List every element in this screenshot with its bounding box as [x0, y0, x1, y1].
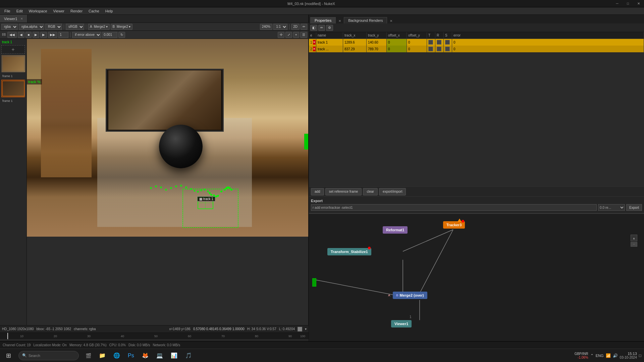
prop-icon-3[interactable]: ⚙	[326, 25, 333, 31]
play-btn[interactable]: ▶	[33, 32, 39, 38]
zoom-ratio-select[interactable]: 1:1	[273, 24, 287, 30]
error-val-input[interactable]	[102, 32, 117, 38]
add-thumb-btn[interactable]: +	[1, 45, 25, 54]
row2-t-icon[interactable]	[428, 47, 433, 51]
svg-point-20	[220, 190, 222, 192]
rgb-select[interactable]: RGB	[45, 24, 62, 30]
refresh-btn[interactable]: ↻	[118, 32, 125, 38]
currency-widget: GBP/INR -1.06%	[575, 352, 588, 359]
merge2-node[interactable]: B Merge2 (over) A	[393, 292, 427, 299]
row1-r-icon[interactable]	[437, 40, 441, 45]
taskbar-apps: 🎬 📁 🌐 Ps 🦊 💻 📊 🎵	[82, 349, 195, 362]
prev-btn[interactable]: ◀	[18, 32, 24, 38]
clear-btn[interactable]: clear	[363, 188, 378, 195]
col-error-header: error	[452, 32, 644, 39]
menu-workspace[interactable]: Workspace	[26, 8, 50, 14]
taskbar-app4-btn[interactable]: 🎵	[182, 349, 195, 362]
table-row[interactable]: 1 ✕ track 1 1289.6 140.60 0 0	[309, 39, 644, 46]
next-btn[interactable]: ▶	[40, 32, 47, 38]
viewer-tab-close[interactable]: ✕	[20, 17, 23, 20]
tool3[interactable]: ⌖	[293, 32, 299, 38]
tool2[interactable]: ⤢	[285, 32, 292, 38]
row2-s-icon[interactable]	[445, 47, 450, 51]
paint-icon[interactable]: ✏	[301, 24, 307, 30]
row1-s-icon[interactable]	[445, 40, 450, 45]
row2-delete-btn[interactable]: ✕	[313, 47, 316, 51]
node-graph[interactable]: Tracker3 Reformat1 Transform_Stabilize1	[309, 214, 644, 349]
ruler-30: 30	[87, 335, 91, 338]
row2-t	[427, 46, 435, 52]
taskbar-nuke-btn[interactable]: 🎬	[82, 349, 95, 362]
close-button[interactable]: ✕	[633, 0, 644, 7]
menu-file[interactable]: File	[2, 8, 13, 14]
export-btn[interactable]: Export	[626, 204, 642, 211]
menu-viewer[interactable]: Viewer	[51, 8, 67, 14]
taskbar-app1-btn[interactable]: 🦊	[139, 349, 152, 362]
tray-notification[interactable]: □	[639, 353, 641, 358]
svg-point-4	[170, 187, 172, 189]
row1-delete-btn[interactable]: ✕	[313, 40, 316, 45]
minimize-button[interactable]: ─	[612, 0, 623, 7]
taskbar-search[interactable]: 🔍 Search	[18, 351, 79, 360]
taskbar-ps-btn[interactable]: Ps	[124, 349, 138, 362]
reformat1-node[interactable]: Reformat1	[383, 226, 408, 234]
merge-b-btn[interactable]: B Merge2 ▾	[111, 24, 132, 30]
row1-ox: 0	[387, 39, 407, 46]
cpu-label: CPU: 0.0%	[109, 343, 126, 347]
color-swatch	[298, 327, 302, 331]
row1-t	[427, 39, 435, 46]
taskbar-app2-btn[interactable]: 💻	[153, 349, 166, 362]
add-track-btn[interactable]: add	[311, 188, 324, 195]
alpha-select[interactable]: rgba.alpha	[19, 24, 44, 30]
view-mode-btn[interactable]: 2D	[291, 24, 300, 30]
menu-render[interactable]: Render	[68, 8, 85, 14]
menu-edit[interactable]: Edit	[14, 8, 25, 14]
col-tx-header: track_x	[343, 32, 367, 39]
export-input[interactable]	[311, 204, 597, 211]
row1-tx: 1289.6	[343, 39, 367, 46]
export-import-btn[interactable]: export/import	[379, 188, 406, 195]
error-mode-select[interactable]: if error above	[72, 32, 101, 38]
row2-r-icon[interactable]	[437, 47, 441, 51]
stop-btn[interactable]: ■	[25, 32, 32, 38]
tool1[interactable]: ✢	[278, 32, 284, 38]
tab-bg-renders[interactable]: Background Renders	[344, 17, 387, 23]
playhead[interactable]	[7, 333, 8, 339]
props-close-btn[interactable]: ✕	[336, 18, 343, 23]
viewer1-node[interactable]: Viewer1	[391, 320, 412, 327]
bg-renders-close-btn[interactable]: ✕	[388, 18, 394, 23]
thumbnail-2[interactable]	[1, 80, 25, 97]
row1-t-icon[interactable]	[428, 40, 433, 45]
next-frame-btn[interactable]: ▶▶	[48, 32, 57, 38]
col-ox-header: offset_x	[387, 32, 407, 39]
viewer-canvas[interactable]: track %	[27, 39, 308, 237]
input-node[interactable]	[312, 278, 316, 287]
prev-frame-btn[interactable]: ◀◀	[7, 32, 17, 38]
prop-icon-2[interactable]: ✏	[318, 25, 325, 31]
tray-up-arrow[interactable]: ⌃	[590, 353, 594, 358]
set-ref-frame-btn[interactable]: set reference frame	[325, 188, 362, 195]
taskbar-app3-btn[interactable]: 📊	[167, 349, 181, 362]
zoom-display[interactable]: 240%	[260, 24, 273, 30]
maximize-button[interactable]: □	[623, 0, 633, 7]
tracker3-node[interactable]: Tracker3	[443, 221, 465, 229]
prop-icon-1[interactable]: ◧	[310, 25, 317, 31]
transform-stab-node[interactable]: Transform_Stabilize1	[327, 248, 371, 255]
table-row[interactable]: 2 ✕ track ... 837.29 789.70 0 0	[309, 46, 644, 52]
colorspace-select[interactable]: sRGB	[66, 24, 84, 30]
taskbar-chrome-btn[interactable]: 🌐	[110, 349, 123, 362]
menu-help[interactable]: Help	[103, 8, 116, 14]
taskbar-explorer-btn[interactable]: 📁	[96, 349, 109, 362]
expand-btn[interactable]: ▾	[305, 327, 307, 331]
tool4[interactable]: ☰	[300, 32, 307, 38]
channel-select[interactable]: rgba	[1, 24, 18, 30]
menu-cache[interactable]: Cache	[86, 8, 102, 14]
merge-a-btn[interactable]: A Merge2 ▾	[88, 24, 110, 30]
tab-properties[interactable]: Properties	[310, 17, 336, 23]
thumbnail-1[interactable]	[1, 55, 25, 72]
export-format-select[interactable]: 0.0 re...	[598, 204, 625, 211]
start-button[interactable]: ⊞	[0, 349, 17, 362]
props-empty-area	[309, 52, 644, 186]
frame-number-input[interactable]	[58, 32, 68, 38]
viewer-tab[interactable]: Viewer1 ✕	[0, 15, 28, 22]
